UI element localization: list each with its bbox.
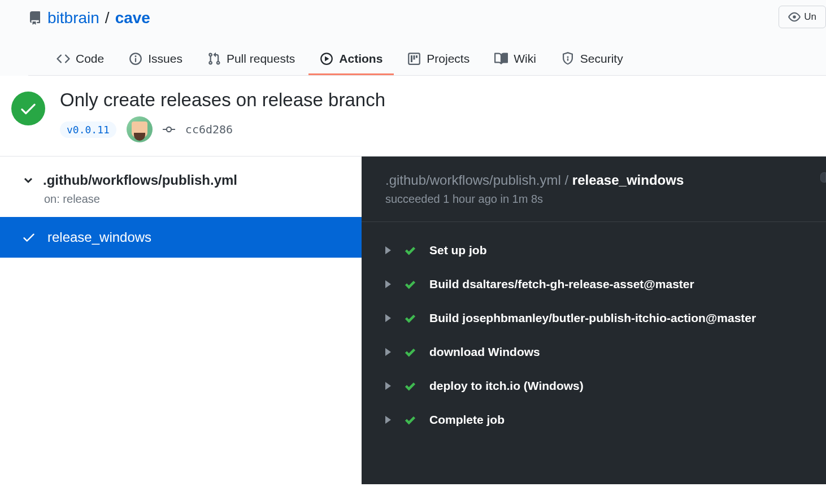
run-meta: v0.0.11 cc6d286 [60,116,385,142]
repo-title: bitbrain / cave [28,9,826,27]
chevron-down-icon [21,173,35,187]
step-row[interactable]: deploy to itch.io (Windows) [362,369,826,403]
tab-label: Projects [427,52,469,66]
log-search-button[interactable] [820,172,826,183]
svg-point-1 [135,55,137,57]
svg-rect-5 [411,55,412,62]
svg-rect-9 [567,58,568,61]
tab-security[interactable]: Security [550,44,634,75]
tab-label: Actions [339,52,382,66]
tab-label: Pull requests [227,52,295,66]
log-status-line: succeeded 1 hour ago in 1m 8s [385,193,826,206]
step-row[interactable]: Complete job [362,403,826,437]
project-icon [407,52,421,66]
workflow-path: .github/workflows/publish.yml [43,172,237,188]
check-icon [403,244,417,257]
svg-point-10 [167,127,171,132]
crumb-sep: / [561,172,572,188]
repo-name-link[interactable]: cave [115,9,150,27]
code-icon [56,52,70,66]
step-name: Build josephbmanley/butler-publish-itchi… [429,311,756,325]
play-icon [320,52,333,66]
tab-code[interactable]: Code [45,44,115,75]
tab-label: Security [580,52,623,66]
repo-tabs: Code Issues Pull requests Actions Projec… [28,44,826,76]
expand-triangle-icon [385,348,391,356]
check-icon [403,345,417,359]
tab-label: Code [76,52,104,66]
step-name: download Windows [429,345,540,359]
log-breadcrumb: .github/workflows/publish.yml / release_… [385,172,826,188]
check-icon [403,277,417,291]
issue-icon [129,52,142,66]
job-item-release-windows[interactable]: release_windows [0,217,362,258]
svg-rect-7 [416,55,418,58]
tab-label: Issues [148,52,182,66]
pr-icon [207,52,221,66]
avatar[interactable] [127,116,153,142]
commit-icon [163,123,175,136]
eye-icon [788,11,801,23]
log-panel: .github/workflows/publish.yml / release_… [362,157,826,484]
expand-triangle-icon [385,382,391,390]
steps-list: Set up job Build dsaltares/fetch-gh-rele… [362,222,826,437]
run-status-success-icon [11,92,45,125]
commit-sha[interactable]: cc6d286 [185,123,233,136]
check-icon [21,230,36,245]
expand-triangle-icon [385,314,391,322]
watch-button[interactable]: Un [779,6,826,28]
expand-triangle-icon [385,416,391,424]
step-row[interactable]: Build josephbmanley/butler-publish-itchi… [362,301,826,335]
expand-triangle-icon [385,246,391,254]
repo-sep: / [105,9,110,27]
step-name: Complete job [429,413,505,427]
tab-actions[interactable]: Actions [308,44,394,75]
step-name: Set up job [429,244,487,257]
step-row[interactable]: Build dsaltares/fetch-gh-release-asset@m… [362,267,826,301]
workflow-trigger: on: release [44,193,362,206]
check-icon [403,311,417,325]
log-header: .github/workflows/publish.yml / release_… [362,157,826,222]
crumb-path: .github/workflows/publish.yml [385,172,561,188]
svg-rect-6 [414,55,415,60]
workflow-block[interactable]: .github/workflows/publish.yml on: releas… [0,157,362,217]
step-row[interactable]: download Windows [362,335,826,369]
step-name: deploy to itch.io (Windows) [429,379,584,393]
shield-icon [561,52,575,66]
svg-point-8 [567,57,568,58]
tab-pull-requests[interactable]: Pull requests [196,44,306,75]
run-title: Only create releases on release branch [60,89,385,111]
watch-label: Un [804,11,816,23]
tab-projects[interactable]: Projects [396,44,481,75]
crumb-job: release_windows [572,172,684,188]
step-name: Build dsaltares/fetch-gh-release-asset@m… [429,277,694,291]
svg-rect-2 [135,58,136,63]
tab-issues[interactable]: Issues [118,44,194,75]
content: .github/workflows/publish.yml on: releas… [0,157,826,484]
repo-header: bitbrain / cave Un Code Issues Pull requ… [0,0,826,76]
book-icon [494,52,508,66]
tag-badge[interactable]: v0.0.11 [60,121,116,138]
jobs-sidebar: .github/workflows/publish.yml on: releas… [0,157,362,484]
repo-owner-link[interactable]: bitbrain [47,9,99,27]
job-name: release_windows [47,229,151,245]
expand-triangle-icon [385,280,391,288]
tab-wiki[interactable]: Wiki [483,44,547,75]
check-icon [403,413,417,427]
tab-label: Wiki [514,52,536,66]
step-row[interactable]: Set up job [362,233,826,267]
repo-icon [28,11,42,25]
run-header: Only create releases on release branch v… [0,76,826,157]
check-icon [403,379,417,393]
